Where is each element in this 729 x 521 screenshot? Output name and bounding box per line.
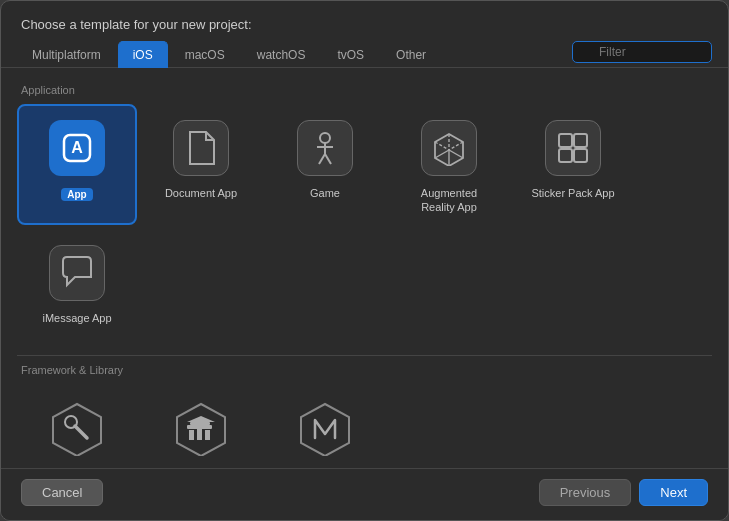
svg-rect-24 xyxy=(205,430,210,440)
dialog-title: Choose a template for your new project: xyxy=(1,1,728,40)
tab-other[interactable]: Other xyxy=(381,41,441,68)
sticker-pack-icon xyxy=(555,130,591,166)
metal-library-icon xyxy=(297,400,353,456)
imessage-app-icon-bg xyxy=(49,245,105,301)
filter-input[interactable] xyxy=(572,41,712,63)
svg-rect-26 xyxy=(190,422,210,425)
svg-rect-15 xyxy=(574,134,587,147)
svg-marker-28 xyxy=(301,404,349,456)
game-label: Game xyxy=(310,186,340,200)
static-library-icon-wrapper xyxy=(169,396,233,460)
document-app-label: Document App xyxy=(165,186,237,200)
dialog-footer: Cancel Previous Next xyxy=(1,468,728,520)
svg-point-2 xyxy=(320,133,330,143)
imessage-app-label: iMessage App xyxy=(42,311,111,325)
tab-watchos[interactable]: watchOS xyxy=(242,41,321,68)
svg-rect-14 xyxy=(559,134,572,147)
template-item-metal-library[interactable]: Metal Library xyxy=(265,384,385,468)
svg-rect-25 xyxy=(187,425,212,429)
content-area: Application A App xyxy=(1,68,728,468)
tab-ios[interactable]: iOS xyxy=(118,41,168,68)
sticker-pack-icon-wrapper xyxy=(541,116,605,180)
template-item-static-library[interactable]: Static Library xyxy=(141,384,261,468)
footer-right: Previous Next xyxy=(539,479,708,506)
svg-rect-16 xyxy=(559,149,572,162)
document-icon xyxy=(185,130,217,166)
app-label-badge: App xyxy=(61,188,92,201)
imessage-app-icon-wrapper xyxy=(45,241,109,305)
next-button[interactable]: Next xyxy=(639,479,708,506)
svg-line-12 xyxy=(435,150,449,158)
tab-macos[interactable]: macOS xyxy=(170,41,240,68)
template-item-document-app[interactable]: Document App xyxy=(141,104,261,225)
svg-line-10 xyxy=(449,142,463,150)
metal-library-icon-wrapper xyxy=(293,396,357,460)
template-item-imessage-app[interactable]: iMessage App xyxy=(17,229,137,335)
template-item-framework[interactable]: Framework xyxy=(17,384,137,468)
ar-icon xyxy=(431,130,467,166)
section-label-application: Application xyxy=(17,84,712,96)
template-item-game[interactable]: Game xyxy=(265,104,385,225)
game-icon-wrapper xyxy=(293,116,357,180)
filter-wrapper: ⌕ xyxy=(572,41,712,63)
framework-icon-wrapper xyxy=(45,396,109,460)
tab-bar: Multiplatform iOS macOS watchOS tvOS Oth… xyxy=(1,40,728,68)
framework-hex-icon xyxy=(49,400,105,456)
template-item-app[interactable]: A App xyxy=(17,104,137,225)
game-icon xyxy=(307,130,343,166)
section-divider xyxy=(17,355,712,356)
template-item-sticker-pack[interactable]: Sticker Pack App xyxy=(513,104,633,225)
framework-grid: Framework xyxy=(17,384,712,468)
ar-app-icon-wrapper xyxy=(417,116,481,180)
svg-rect-22 xyxy=(189,430,194,440)
project-template-dialog: Choose a template for your new project: … xyxy=(0,0,729,521)
tab-tvos[interactable]: tvOS xyxy=(322,41,379,68)
app-store-icon: A xyxy=(60,131,94,165)
imessage-icon xyxy=(59,255,95,291)
game-icon-bg xyxy=(297,120,353,176)
svg-rect-23 xyxy=(197,428,202,440)
app-icon-wrapper: A xyxy=(45,116,109,180)
metal-library-hex-icon xyxy=(297,400,353,456)
svg-line-13 xyxy=(449,150,463,158)
document-app-icon-bg xyxy=(173,120,229,176)
sticker-pack-icon-bg xyxy=(545,120,601,176)
document-app-icon-wrapper xyxy=(169,116,233,180)
ar-app-label: AugmentedReality App xyxy=(421,186,477,215)
filter-container: ⌕ xyxy=(572,41,712,67)
svg-line-5 xyxy=(319,154,325,164)
svg-line-20 xyxy=(75,426,87,438)
framework-icon xyxy=(49,400,105,456)
ar-app-icon-bg xyxy=(421,120,477,176)
svg-line-6 xyxy=(325,154,331,164)
section-label-framework: Framework & Library xyxy=(17,364,712,376)
svg-rect-17 xyxy=(574,149,587,162)
template-item-ar-app[interactable]: AugmentedReality App xyxy=(389,104,509,225)
cancel-button[interactable]: Cancel xyxy=(21,479,103,506)
svg-line-9 xyxy=(435,142,449,150)
static-library-icon xyxy=(173,400,229,456)
tab-multiplatform[interactable]: Multiplatform xyxy=(17,41,116,68)
svg-marker-27 xyxy=(187,416,215,422)
svg-text:A: A xyxy=(71,139,83,156)
app-icon-bg: A xyxy=(49,120,105,176)
static-library-hex-icon xyxy=(173,400,229,456)
application-grid: A App Document App xyxy=(17,104,712,343)
previous-button[interactable]: Previous xyxy=(539,479,632,506)
sticker-pack-label: Sticker Pack App xyxy=(531,186,614,200)
